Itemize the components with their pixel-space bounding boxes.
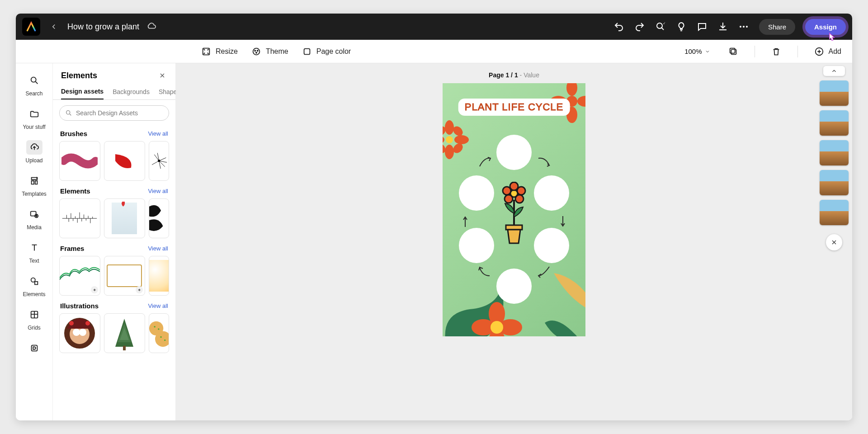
cloud-sync-icon[interactable]: [146, 22, 156, 32]
tab-design-assets[interactable]: Design assets: [61, 84, 104, 99]
svg-rect-9: [304, 48, 310, 54]
svg-point-58: [515, 195, 524, 203]
rail-label: Grids: [28, 325, 41, 331]
animated-badge-icon: ✦: [91, 286, 98, 293]
duplicate-page-icon[interactable]: [728, 47, 738, 57]
close-panel-button[interactable]: [157, 71, 167, 80]
chevron-down-icon: [705, 49, 710, 54]
svg-point-19: [66, 111, 70, 114]
share-button[interactable]: Share: [759, 19, 795, 35]
rail-brands[interactable]: [19, 337, 50, 359]
rail-upload[interactable]: Upload: [19, 137, 50, 167]
brush-thumb[interactable]: [149, 141, 169, 181]
element-thumb[interactable]: [104, 198, 145, 238]
element-thumb[interactable]: [149, 198, 169, 238]
flower-decor-icon: [470, 300, 524, 336]
page-thumbnail[interactable]: [820, 140, 849, 165]
brush-thumb[interactable]: [59, 141, 100, 181]
undo-icon[interactable]: [613, 21, 624, 32]
frame-thumb[interactable]: ✦: [104, 256, 145, 296]
rail-label: Elements: [23, 291, 45, 297]
rail-elements[interactable]: Elements: [19, 270, 50, 301]
rail-templates[interactable]: Templates: [19, 170, 50, 201]
artboard[interactable]: PLANT LIFE CYCLE: [443, 83, 585, 336]
search-icon: [29, 75, 39, 85]
redo-icon[interactable]: [634, 21, 645, 32]
page-thumbnail[interactable]: [820, 200, 849, 225]
view-all-elements[interactable]: View all: [148, 188, 168, 194]
tips-icon[interactable]: [676, 21, 687, 32]
download-icon[interactable]: [717, 21, 728, 32]
brush-thumb[interactable]: [104, 141, 145, 181]
svg-point-1: [740, 26, 741, 28]
flower-pot-icon[interactable]: [500, 182, 528, 245]
folder-icon: [29, 109, 39, 119]
topbar: How to grow a plant Share Assign: [16, 14, 852, 40]
svg-point-2: [743, 26, 745, 28]
svg-point-39: [577, 96, 585, 107]
app-logo[interactable]: [22, 18, 40, 36]
delete-page-icon[interactable]: [771, 47, 781, 57]
page-indicator: Page 1 / 1 - Value: [489, 71, 539, 79]
page-thumbnail[interactable]: [820, 170, 849, 195]
svg-point-13: [31, 77, 36, 82]
artboard-title-badge[interactable]: PLANT LIFE CYCLE: [458, 99, 570, 116]
panel-search[interactable]: [59, 105, 169, 121]
svg-point-60: [503, 187, 511, 195]
svg-point-32: [158, 329, 159, 330]
resize-button[interactable]: Resize: [201, 47, 238, 57]
frame-thumb[interactable]: [149, 256, 169, 296]
add-page-button[interactable]: Add: [814, 47, 841, 57]
rail-label: Media: [27, 224, 42, 231]
panel-tabs: Design assets Backgrounds Shapes: [53, 84, 175, 100]
canvas[interactable]: Page 1 / 1 - Value PLANT LIFE CYCLE: [176, 63, 852, 420]
topbar-actions: Share Assign: [613, 19, 846, 35]
rail-text[interactable]: Text: [19, 237, 50, 268]
svg-point-34: [164, 340, 165, 341]
close-icon: [830, 239, 838, 246]
back-button[interactable]: [47, 20, 60, 33]
comment-icon[interactable]: [697, 21, 708, 32]
cycle-slot[interactable]: [496, 135, 532, 170]
add-page-label: Add: [829, 47, 841, 56]
frame-thumb[interactable]: ✦: [59, 256, 100, 296]
svg-point-7: [257, 50, 258, 51]
section-title-illustrations: Illustrations: [60, 302, 99, 310]
cycle-slot[interactable]: [496, 269, 532, 304]
illustration-thumb[interactable]: [59, 313, 100, 353]
rail-media[interactable]: Media: [19, 203, 50, 234]
cycle-slot[interactable]: [534, 175, 569, 211]
svg-rect-10: [731, 49, 736, 54]
illustration-thumb[interactable]: [104, 313, 145, 353]
cycle-slot[interactable]: [459, 228, 494, 263]
cycle-slot[interactable]: [534, 228, 569, 263]
view-all-brushes[interactable]: View all: [148, 130, 168, 137]
spark-icon[interactable]: [655, 21, 666, 32]
page-color-button[interactable]: Page color: [302, 47, 351, 57]
theme-button[interactable]: Theme: [251, 47, 288, 57]
rail-your-stuff[interactable]: Your stuff: [19, 103, 50, 134]
document-title[interactable]: How to grow a plant: [67, 22, 139, 32]
more-icon[interactable]: [738, 21, 749, 32]
page-thumbnail[interactable]: [820, 110, 849, 136]
view-all-frames[interactable]: View all: [148, 245, 168, 252]
illustration-thumb[interactable]: [149, 313, 169, 353]
view-all-illustrations[interactable]: View all: [148, 302, 168, 309]
rail-label: Upload: [25, 157, 42, 164]
section-title-elements: Elements: [60, 187, 90, 195]
close-thumbnails-button[interactable]: [826, 234, 842, 250]
upload-cloud-icon: [29, 142, 39, 152]
page-thumbnail[interactable]: [820, 80, 849, 106]
svg-point-33: [160, 336, 161, 338]
svg-point-36: [566, 83, 577, 96]
rail-search[interactable]: Search: [19, 70, 50, 100]
collapse-thumbnails-button[interactable]: [823, 66, 845, 76]
page-thumbnail-strip: [816, 63, 852, 420]
tab-backgrounds[interactable]: Backgrounds: [113, 85, 150, 99]
element-thumb[interactable]: [59, 198, 100, 238]
cycle-slot[interactable]: [459, 175, 494, 211]
zoom-dropdown[interactable]: 100%: [684, 47, 710, 55]
rail-grids[interactable]: Grids: [19, 304, 50, 335]
panel-search-input[interactable]: [76, 109, 163, 117]
left-rail: Search Your stuff Upload Templates Media…: [16, 63, 53, 420]
